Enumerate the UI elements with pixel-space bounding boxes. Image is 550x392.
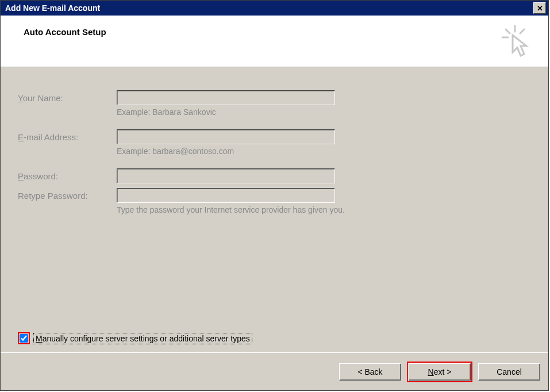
page-title: Auto Account Setup: [24, 27, 106, 37]
close-icon: ✕: [537, 5, 543, 12]
window-title: Add New E-mail Account: [5, 3, 533, 13]
wizard-header: Auto Account Setup: [1, 16, 548, 67]
back-button[interactable]: < Back: [339, 363, 401, 381]
close-button[interactable]: ✕: [533, 2, 546, 14]
checkbox-highlight: [18, 332, 30, 344]
retype-password-input: [117, 188, 335, 203]
next-button[interactable]: Next >: [409, 363, 471, 381]
email-label: E-mail Address:: [18, 132, 117, 142]
titlebar: Add New E-mail Account ✕: [1, 1, 548, 16]
name-label: Your Name:: [18, 93, 117, 103]
svg-line-2: [520, 29, 524, 33]
svg-line-1: [506, 29, 510, 33]
manual-config-checkbox[interactable]: [20, 334, 28, 343]
email-input: [117, 129, 335, 144]
password-input: [117, 168, 335, 183]
cursor-click-icon: [501, 25, 532, 59]
email-hint: Example: barbara@contoso.com: [117, 147, 531, 156]
password-label: Password:: [18, 171, 117, 181]
password-hint: Type the password your Internet service …: [117, 205, 531, 214]
name-hint: Example: Barbara Sankovic: [117, 107, 531, 117]
retype-password-label: Retype Password:: [18, 191, 117, 201]
wizard-footer: < Back Next > Cancel: [1, 352, 548, 390]
wizard-body: Your Name: Example: Barbara Sankovic E-m…: [1, 67, 548, 352]
manual-config-row: Manually configure server settings or ad…: [18, 332, 252, 344]
next-button-highlight: Next >: [407, 362, 472, 382]
manual-config-label[interactable]: Manually configure server settings or ad…: [33, 333, 252, 344]
dialog-window: Add New E-mail Account ✕ Auto Account Se…: [0, 0, 549, 391]
name-input: [117, 90, 335, 105]
cancel-button[interactable]: Cancel: [478, 363, 540, 381]
